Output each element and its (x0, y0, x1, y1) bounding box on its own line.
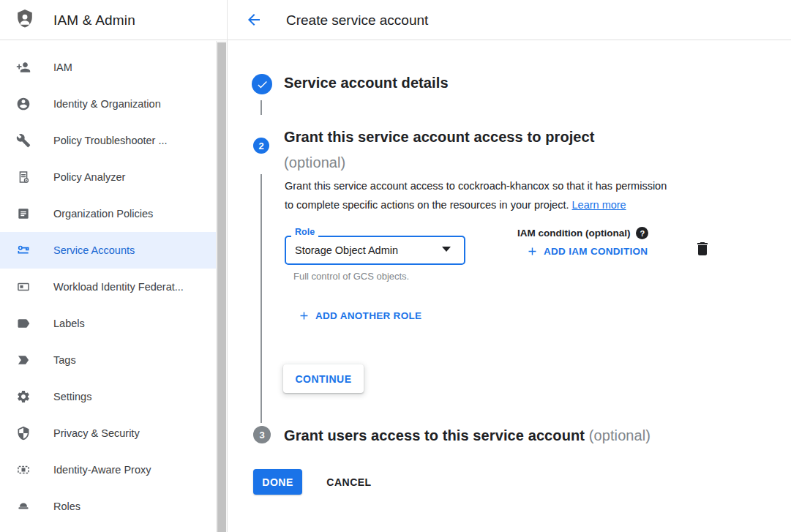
help-icon[interactable]: ? (636, 227, 648, 239)
role-field-label: Role (291, 227, 318, 237)
sidebar-item-label: Labels (53, 318, 85, 329)
step3-optional-text: (optional) (589, 427, 651, 443)
page-title: Create service account (286, 0, 428, 40)
sidebar-item-label: Settings (53, 391, 91, 402)
header-divider (227, 0, 228, 40)
sidebar-item-label: Roles (53, 501, 80, 512)
add-another-role-label: ADD ANOTHER ROLE (315, 310, 421, 321)
check-icon (256, 78, 269, 91)
app-title: IAM & Admin (53, 0, 135, 40)
step2-optional-text: (optional) (284, 154, 345, 171)
sidebar-item-label: Service Accounts (53, 244, 135, 256)
step2-number: 2 (258, 141, 263, 151)
sidebar-item-labels[interactable]: Labels (0, 305, 217, 342)
stepper-connector (260, 174, 262, 423)
iam-shield-icon (15, 9, 35, 31)
continue-button[interactable]: CONTINUE (283, 364, 364, 393)
plus-icon (526, 245, 539, 258)
sidebar-item-label: Tags (53, 354, 76, 366)
description-line2: to complete specific actions on the reso… (285, 199, 569, 211)
sidebar-item-organization-policies[interactable]: Organization Policies (0, 195, 217, 232)
sidebar-item-workload-identity-federation[interactable]: Workload Identity Federat... (0, 269, 217, 305)
sidebar-item-label: Policy Troubleshooter ... (53, 135, 168, 146)
plus-icon (298, 310, 310, 322)
tag-arrow-icon (16, 353, 31, 367)
badge-card-icon (16, 280, 31, 294)
iam-condition-label: IAM condition (optional) (517, 228, 630, 239)
iam-condition-header: IAM condition (optional) ? (517, 227, 648, 239)
add-iam-condition-label: ADD IAM CONDITION (544, 246, 648, 257)
sidebar-item-label: Organization Policies (53, 208, 153, 220)
wrench-icon (16, 133, 31, 148)
description-line1: Grant this service account access to coc… (285, 180, 667, 192)
sidebar-item-settings[interactable]: Settings (0, 378, 217, 415)
sidebar-item-roles[interactable]: Roles (0, 488, 217, 525)
add-iam-condition-button[interactable]: ADD IAM CONDITION (526, 245, 648, 258)
trash-icon[interactable] (693, 239, 711, 259)
sidebar-item-policy-analyzer[interactable]: Policy Analyzer (0, 159, 217, 195)
step1-completed-badge (252, 74, 272, 94)
step2-description: Grant this service account access to coc… (285, 176, 738, 214)
step3-number-badge: 3 (253, 426, 271, 443)
sidebar-item-label: Identity & Organization (53, 98, 161, 110)
step2-title-text: Grant this service account access to pro… (284, 129, 595, 145)
step3-title-text: Grant users access to this service accou… (284, 427, 585, 443)
chevron-down-icon (442, 247, 451, 252)
sidebar-nav: IAM Identity & Organization Policy Troub… (0, 41, 227, 532)
sidebar-divider (227, 0, 228, 532)
policy-analyzer-icon (16, 170, 31, 184)
app-header: IAM & Admin Create service account (0, 0, 791, 40)
step3-number: 3 (259, 430, 264, 441)
sidebar-item-tags[interactable]: Tags (0, 342, 217, 378)
cancel-button[interactable]: CANCEL (315, 469, 383, 495)
proxy-frame-icon (16, 462, 31, 477)
done-button[interactable]: DONE (253, 469, 302, 495)
sidebar-item-privacy-security[interactable]: Privacy & Security (0, 415, 217, 452)
add-another-role-button[interactable]: ADD ANOTHER ROLE (298, 310, 421, 322)
step2-title: Grant this service account access to pro… (284, 124, 595, 176)
sidebar-scrollbar-thumb[interactable] (217, 42, 226, 532)
stepper-connector (260, 100, 262, 115)
step2-number-badge: 2 (253, 138, 269, 154)
gear-icon (16, 389, 31, 404)
sidebar-item-iam[interactable]: IAM (0, 49, 217, 86)
account-circle-icon (16, 97, 31, 111)
arrow-back-icon[interactable] (244, 11, 263, 30)
role-selected-value: Storage Object Admin (295, 236, 398, 265)
role-helper-text: Full control of GCS objects. (293, 271, 409, 282)
sidebar-item-label: Workload Identity Federat... (53, 281, 184, 293)
service-account-key-icon (16, 243, 31, 258)
sidebar-item-policy-troubleshooter[interactable]: Policy Troubleshooter ... (0, 122, 217, 159)
sidebar-item-service-accounts[interactable]: Service Accounts (0, 232, 217, 269)
label-tag-icon (16, 316, 31, 331)
sidebar-item-identity-aware-proxy[interactable]: Identity-Aware Proxy (0, 452, 217, 488)
sidebar-item-label: Identity-Aware Proxy (53, 464, 151, 476)
step3-title: Grant users access to this service accou… (284, 427, 651, 444)
shield-icon (16, 426, 31, 441)
sidebar-item-label: IAM (53, 61, 72, 73)
sidebar-item-identity-organization[interactable]: Identity & Organization (0, 86, 217, 122)
hat-icon (16, 499, 31, 514)
sidebar-item-label: Privacy & Security (53, 427, 140, 439)
sidebar-item-label: Policy Analyzer (53, 171, 125, 183)
step1-title: Service account details (284, 75, 449, 91)
learn-more-link[interactable]: Learn more (572, 199, 626, 211)
document-lines-icon (16, 206, 31, 221)
person-add-icon (16, 60, 31, 75)
